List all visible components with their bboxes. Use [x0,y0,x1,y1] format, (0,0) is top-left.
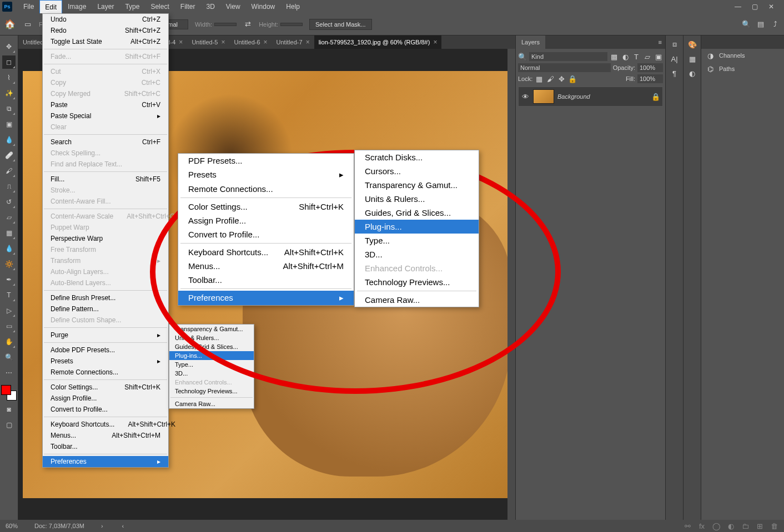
lock-position-icon[interactable]: ✥ [557,74,566,83]
menu-item[interactable]: Convert to Profile... [43,404,168,415]
maximize-button[interactable]: ▢ [751,3,758,11]
menu-item[interactable]: Menus...Alt+Shift+Ctrl+M [43,430,168,441]
history-brush-tool[interactable]: ↺ [2,195,16,209]
submenu-item[interactable]: Type... [169,360,254,369]
layer-filter-kind[interactable]: Kind [529,52,607,61]
gradient-tool[interactable]: ▦ [2,226,16,240]
marquee-tool[interactable]: ◻ [2,55,16,69]
type-tool[interactable]: T [2,288,16,302]
adjustment-layer-icon[interactable]: ◐ [726,521,735,530]
menu-item[interactable]: PasteCtrl+V [43,99,168,110]
width-input[interactable] [214,23,237,26]
select-and-mask-button[interactable]: Select and Mask... [309,19,372,30]
menu-item[interactable]: Adobe PDF Presets... [43,344,168,356]
eyedropper-tool[interactable]: 💧 [2,133,16,146]
group-icon[interactable]: 🗀 [741,521,750,530]
new-layer-icon[interactable]: ⊞ [755,521,764,530]
menu-item-zoom[interactable]: Keyboard Shortcuts...Alt+Shift+Ctrl+K [178,245,354,259]
magic-wand-tool[interactable]: ✨ [2,87,16,100]
submenu-item-zoom[interactable]: Units & Rulers... [355,192,479,206]
link-layers-icon[interactable]: ⚯ [683,521,692,530]
menu-item[interactable]: Define Pattern... [43,303,168,315]
submenu-item-zoom[interactable]: Scratch Disks... [355,150,479,164]
filter-smart-icon[interactable]: ▣ [654,52,663,61]
menu-item[interactable]: Purge▸ [43,330,168,341]
menu-item[interactable]: UndoCtrl+Z [43,14,168,25]
paths-item[interactable]: ⌬Paths [701,62,784,75]
close-tab-icon[interactable]: × [264,38,268,46]
menu-view[interactable]: View [220,0,246,13]
menu-item[interactable]: Assign Profile... [43,393,168,404]
chevron-right-icon[interactable]: › [101,523,103,529]
character-icon[interactable]: A| [670,54,679,63]
dodge-tool[interactable]: 🔆 [2,257,16,271]
panel-menu-icon[interactable]: ≡ [659,39,665,45]
healing-tool[interactable]: 🩹 [2,149,16,162]
paragraph-icon[interactable]: ¶ [670,69,679,78]
submenu-item-zoom[interactable]: 3D... [355,247,479,261]
crop-tool[interactable]: ⧉ [2,102,16,115]
color-swatches[interactable] [1,385,17,401]
layer-row[interactable]: 👁 Background 🔒 [518,87,663,107]
share-icon[interactable]: ⤴ [771,20,780,29]
blur-tool[interactable]: 💧 [2,242,16,255]
fill-value[interactable]: 100% [637,74,663,83]
submenu-item-zoom[interactable]: Guides, Grid & Slices... [355,206,479,220]
menu-layer[interactable]: Layer [92,0,119,13]
screen-mode-icon[interactable]: ▢ [2,418,16,432]
menu-type[interactable]: Type [119,0,145,13]
close-tab-icon[interactable]: × [179,38,183,46]
path-select-tool[interactable]: ▷ [2,304,16,317]
blend-mode-select[interactable]: Normal [518,63,611,72]
document-tab[interactable]: lion-5799523_1920.jpg @ 60% (RGB/8#)× [314,36,442,49]
document-tab[interactable]: Untitled-6× [229,36,272,49]
vertical-scrollbar[interactable] [507,49,515,520]
shape-tool[interactable]: ▭ [2,320,16,333]
submenu-item-zoom[interactable]: Plug-ins... [355,220,479,234]
eraser-tool[interactable]: ▱ [2,211,16,224]
lock-all-icon[interactable]: 🔒 [568,74,577,83]
menu-item[interactable]: Toggle Last StateAlt+Ctrl+Z [43,36,168,47]
menu-window[interactable]: Window [246,0,281,13]
menu-item[interactable]: Keyboard Shortcuts...Alt+Shift+Ctrl+K [43,419,168,430]
height-input[interactable] [280,23,303,26]
menu-item-zoom[interactable]: PDF Presets... [178,154,354,168]
menu-item-zoom[interactable]: Color Settings...Shift+Ctrl+K [178,200,354,214]
menu-item[interactable]: Preferences▸ [43,456,168,467]
menu-3d[interactable]: 3D [200,0,220,13]
menu-item-zoom[interactable]: Assign Profile... [178,214,354,227]
move-tool[interactable]: ✥ [2,40,16,53]
layers-tab[interactable]: Layers [516,36,545,49]
menu-image[interactable]: Image [62,0,92,13]
chevron-left-icon[interactable]: ‹ [122,523,124,529]
doc-info[interactable]: Doc: 7,03M/7,03M [34,523,84,529]
menu-item[interactable]: Define Brush Preset... [43,292,168,303]
fx-icon[interactable]: fx [697,521,706,530]
swatches-icon[interactable]: ▦ [688,54,697,63]
menu-item-zoom[interactable]: Preferences▸ [178,291,354,305]
stamp-tool[interactable]: ⎍ [2,180,16,193]
search-icon[interactable]: 🔍 [518,52,527,61]
opacity-value[interactable]: 100% [637,63,663,72]
close-tab-icon[interactable]: × [221,38,225,46]
close-tab-icon[interactable]: × [306,38,310,46]
channels-item[interactable]: ◑Channels [701,49,784,62]
menu-select[interactable]: Select [145,0,174,13]
properties-icon[interactable]: ⧈ [670,40,679,49]
pen-tool[interactable]: ✒ [2,273,16,286]
close-tab-icon[interactable]: × [433,38,437,46]
submenu-item[interactable]: Camera Raw... [169,399,254,408]
submenu-item-zoom[interactable]: Camera Raw... [355,293,479,307]
filter-type-icon[interactable]: T [632,52,641,61]
submenu-item-zoom[interactable]: Type... [355,234,479,247]
menu-item-zoom[interactable]: Convert to Profile... [178,227,354,241]
visibility-icon[interactable]: 👁 [521,92,530,101]
foreground-color[interactable] [1,385,11,395]
submenu-item[interactable]: 3D... [169,369,254,378]
home-icon[interactable]: 🏠 [3,18,17,31]
menu-file[interactable]: File [18,0,39,13]
zoom-tool[interactable]: 🔍 [2,351,16,364]
menu-item-zoom[interactable]: Presets▸ [178,168,354,182]
menu-item-zoom[interactable]: Remote Connections... [178,182,354,196]
close-button[interactable]: ✕ [767,3,775,11]
